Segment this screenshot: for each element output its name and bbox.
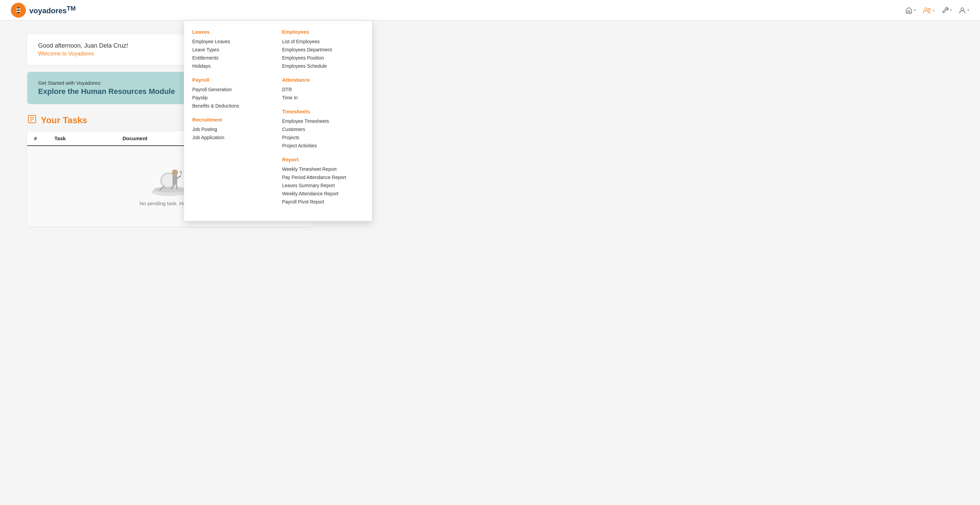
svg-rect-1 [18, 7, 19, 13]
menu-section-payroll: Payroll Payroll Generation Payslip Benef… [192, 77, 274, 110]
menu-item-dtr[interactable]: DTR [282, 85, 364, 94]
svg-rect-15 [172, 175, 177, 185]
navbar: voyadoresTM ▾ ▴ ▾ [0, 0, 980, 21]
svg-line-17 [177, 176, 181, 178]
menu-item-employee-leaves[interactable]: Employee Leaves [192, 37, 274, 46]
menu-item-project-activities[interactable]: Project Activities [282, 142, 364, 150]
menu-item-job-application[interactable]: Job Application [192, 134, 274, 142]
svg-rect-3 [16, 11, 21, 12]
menu-section-title-timesheets: Timesheets [282, 108, 364, 114]
menu-section-title-payroll: Payroll [192, 77, 274, 83]
menu-item-entitlements[interactable]: Entitlements [192, 54, 274, 62]
tools-icon [941, 6, 949, 14]
account-caret: ▾ [967, 8, 969, 12]
dropdown-left-col: Leaves Employee Leaves Leave Types Entit… [192, 29, 274, 213]
menu-section-title-report: Report [282, 156, 364, 162]
users-icon [923, 6, 931, 14]
menu-section-title-leaves: Leaves [192, 29, 274, 35]
menu-item-payslip[interactable]: Payslip [192, 94, 274, 102]
tools-caret: ▾ [950, 8, 952, 12]
menu-item-employees-department[interactable]: Employees Department [282, 46, 364, 54]
nav-icons: ▾ ▴ ▾ ▾ [905, 6, 969, 14]
tools-nav-btn[interactable]: ▾ [941, 6, 952, 14]
col-task: Task [54, 135, 123, 141]
menu-item-weekly-attendance-report[interactable]: Weekly Attendance Report [282, 190, 364, 198]
menu-item-time-in[interactable]: Time In [282, 94, 364, 102]
menu-section-recruitment: Recruitment Job Posting Job Application [192, 117, 274, 142]
menu-item-benefits-deductions[interactable]: Benefits & Deductions [192, 102, 274, 110]
menu-item-leave-types[interactable]: Leave Types [192, 46, 274, 54]
logo-tm: TM [67, 5, 76, 12]
menu-item-leaves-summary-report[interactable]: Leaves Summary Report [282, 182, 364, 190]
dropdown-menu: Leaves Employee Leaves Leave Types Entit… [184, 21, 372, 221]
menu-item-customers[interactable]: Customers [282, 125, 364, 134]
account-nav-btn[interactable]: ▾ [959, 6, 969, 14]
home-nav-btn[interactable]: ▾ [905, 6, 916, 14]
menu-section-employees: Employees List of Employees Employees De… [282, 29, 364, 70]
col-document: Document [123, 135, 191, 141]
svg-point-5 [928, 8, 930, 10]
logo-text: voyadoresTM [29, 5, 76, 15]
home-icon [905, 6, 913, 14]
menu-section-title-attendance: Attendance [282, 77, 364, 83]
menu-item-employees-position[interactable]: Employees Position [282, 54, 364, 62]
col-hash: # [34, 135, 54, 141]
home-caret: ▾ [914, 8, 916, 12]
menu-item-employee-timesheets[interactable]: Employee Timesheets [282, 117, 364, 125]
users-caret: ▴ [933, 8, 934, 12]
menu-section-title-employees: Employees [282, 29, 364, 35]
menu-item-projects[interactable]: Projects [282, 134, 364, 142]
menu-item-pay-period-attendance-report[interactable]: Pay Period Attendance Report [282, 173, 364, 182]
tasks-icon [27, 114, 37, 126]
logo-icon [11, 3, 26, 18]
menu-section-title-recruitment: Recruitment [192, 117, 274, 123]
svg-text:?: ? [179, 170, 182, 175]
tasks-title: Your Tasks [41, 115, 87, 126]
menu-section-report: Report Weekly Timesheet Report Pay Perio… [282, 156, 364, 206]
svg-point-6 [961, 8, 964, 11]
menu-section-leaves: Leaves Employee Leaves Leave Types Entit… [192, 29, 274, 70]
account-icon [959, 6, 966, 14]
svg-rect-2 [16, 8, 21, 10]
dropdown-right-col: Employees List of Employees Employees De… [282, 29, 364, 213]
svg-point-4 [924, 8, 927, 11]
menu-item-weekly-timesheet-report[interactable]: Weekly Timesheet Report [282, 165, 364, 173]
logo[interactable]: voyadoresTM [11, 3, 76, 18]
menu-item-job-posting[interactable]: Job Posting [192, 125, 274, 134]
menu-section-timesheets: Timesheets Employee Timesheets Customers… [282, 108, 364, 150]
menu-item-payroll-generation[interactable]: Payroll Generation [192, 85, 274, 94]
menu-item-employees-schedule[interactable]: Employees Schedule [282, 62, 364, 70]
menu-item-list-of-employees[interactable]: List of Employees [282, 37, 364, 46]
users-nav-btn[interactable]: ▴ [923, 6, 934, 14]
svg-point-16 [172, 169, 178, 175]
menu-item-payroll-pivot-report[interactable]: Payroll Pivot Report [282, 198, 364, 206]
menu-section-attendance: Attendance DTR Time In [282, 77, 364, 102]
menu-item-holidays[interactable]: Holidays [192, 62, 274, 70]
